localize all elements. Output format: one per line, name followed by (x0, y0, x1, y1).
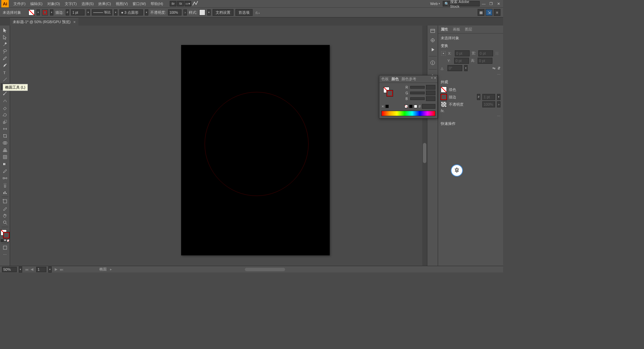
close-button[interactable]: ✕ (495, 1, 502, 6)
eraser-tool[interactable] (1, 104, 9, 111)
g-value-input[interactable] (426, 91, 435, 95)
fill-dropdown[interactable]: ▾ (37, 9, 40, 15)
column-graph-tool[interactable] (1, 189, 9, 196)
magic-wand-tool[interactable] (1, 41, 9, 48)
stroke-dropdown[interactable]: ▾ (50, 9, 53, 15)
g-slider[interactable] (410, 92, 425, 94)
transform-more-icon[interactable]: ⋯ (441, 72, 500, 76)
last-artboard-button[interactable]: ⏭ (59, 267, 64, 272)
tab-artboards[interactable]: 画板 (452, 26, 461, 33)
line-tool[interactable] (1, 76, 9, 83)
fill-swatch[interactable] (29, 9, 35, 15)
snap-pixel-icon[interactable]: ▦ (478, 9, 484, 16)
cp-none-swatch[interactable] (405, 105, 408, 108)
x-input[interactable]: 0 pt (455, 50, 470, 56)
link-wh-icon[interactable]: ⛓ (495, 51, 499, 55)
graphic-style-dropdown[interactable]: ▾ (207, 9, 211, 15)
properties-panel-icon[interactable] (429, 27, 437, 35)
snap-point-icon[interactable]: ⇲ (486, 9, 492, 16)
w-input[interactable]: 0 pt (478, 50, 493, 56)
reference-point-icon[interactable] (441, 51, 446, 56)
b-value-input[interactable] (426, 96, 435, 101)
cp-fill-stroke[interactable] (383, 87, 393, 96)
paintbrush-tool[interactable] (1, 90, 9, 97)
flip-h-icon[interactable]: ⇋ (492, 66, 495, 70)
prop-opacity-dropdown[interactable]: > (497, 101, 500, 107)
workspace-dropdown[interactable]: Web▾ (428, 2, 442, 6)
r-value-input[interactable] (426, 85, 435, 90)
zoom-level-input[interactable]: 50% (2, 267, 17, 272)
prop-stroke-dropdown[interactable]: ▾ (497, 94, 500, 100)
vertical-scrollbar-thumb[interactable] (423, 143, 426, 163)
menu-window[interactable]: 窗口(W) (130, 1, 148, 7)
brush-profile[interactable]: ●3 点圆形 (119, 9, 143, 15)
actions-panel-icon[interactable] (429, 46, 437, 54)
prop-stroke-weight[interactable]: 1 pt (482, 94, 495, 100)
graphic-style-swatch[interactable] (199, 9, 205, 15)
menu-edit[interactable]: 编辑(E) (28, 1, 45, 7)
opacity-dropdown[interactable]: > (183, 9, 187, 15)
flip-v-icon[interactable]: ⇵ (497, 66, 500, 70)
pen-tool[interactable] (1, 55, 9, 62)
canvas-area[interactable] (10, 26, 427, 266)
lasso-tool[interactable] (1, 48, 9, 55)
prop-opacity-input[interactable]: 100% (482, 101, 495, 107)
r-slider[interactable] (410, 86, 425, 89)
b-slider[interactable] (410, 97, 425, 100)
stroke-weight-stepper[interactable]: ⇵ (66, 9, 69, 15)
stroke-weight-input[interactable]: 1 pt (71, 9, 85, 15)
curvature-tool[interactable] (1, 62, 9, 69)
menu-file[interactable]: 文件(F) (11, 1, 28, 7)
direct-selection-tool[interactable] (1, 34, 9, 41)
zoom-tool[interactable] (1, 219, 9, 226)
tab-layers[interactable]: 图层 (464, 26, 473, 33)
mesh-tool[interactable] (1, 154, 9, 160)
angle-dropdown[interactable]: ▾ (464, 65, 468, 71)
color-tab[interactable]: 颜色 (391, 77, 399, 82)
stroke-color-icon[interactable] (3, 232, 9, 238)
color-panel-collapse-icon[interactable]: « (431, 76, 433, 80)
status-menu-icon[interactable]: ▸ (109, 267, 113, 272)
prev-artboard-button[interactable]: ◀ (30, 267, 34, 272)
type-tool[interactable]: T (1, 69, 9, 76)
edit-toolbar-button[interactable]: ⋯ (1, 251, 9, 258)
brush-profile-dropdown[interactable]: ▾ (145, 9, 148, 15)
scale-tool[interactable] (1, 118, 9, 125)
angle-input[interactable]: 0° (447, 65, 462, 71)
fill-stroke-toggle[interactable] (1, 230, 9, 238)
color-mode-solid[interactable] (1, 239, 3, 242)
prop-stroke-swatch[interactable] (441, 94, 447, 100)
tab-close-icon[interactable]: × (73, 20, 76, 24)
free-transform-tool[interactable] (1, 133, 9, 139)
ellipse-shape[interactable] (205, 92, 309, 196)
stock-icon[interactable]: St (177, 1, 184, 6)
hex-input[interactable] (422, 104, 435, 109)
panel-menu-icon[interactable]: ≡ (494, 9, 500, 16)
document-setup-button[interactable]: 文档设置 (213, 9, 233, 16)
blend-tool[interactable] (1, 175, 9, 182)
bridge-icon[interactable]: Br (170, 1, 176, 6)
info-panel-icon[interactable]: i (429, 59, 437, 67)
next-artboard-button[interactable]: ▶ (54, 267, 58, 272)
color-mode-none[interactable] (7, 239, 9, 242)
cp-white-swatch[interactable] (414, 105, 417, 108)
cp-swap-icon[interactable]: ⤭ (381, 105, 384, 108)
cp-black-swatch[interactable] (385, 105, 389, 108)
artboard-dropdown[interactable]: ▾ (48, 266, 52, 272)
shaper-tool[interactable] (1, 97, 9, 104)
eyedropper-tool[interactable] (1, 168, 9, 174)
perspective-grid-tool[interactable] (1, 147, 9, 153)
symbol-sprayer-tool[interactable] (1, 182, 9, 189)
rotate-tool[interactable] (1, 111, 9, 118)
prop-stroke-stepper[interactable]: ⇵ (477, 94, 480, 100)
tab-properties[interactable]: 属性 (440, 26, 449, 33)
menu-type[interactable]: 文字(T) (63, 1, 79, 7)
zoom-dropdown[interactable]: ▾ (19, 266, 22, 272)
minimize-button[interactable]: — (480, 1, 487, 6)
stroke-style-dropdown[interactable]: ▾ (114, 9, 117, 15)
selection-tool[interactable] (1, 27, 9, 34)
stroke-swatch[interactable] (42, 9, 48, 15)
opacity-input[interactable]: 100% (168, 9, 181, 15)
cp-black2-swatch[interactable] (409, 105, 413, 108)
screen-mode-tool[interactable] (1, 244, 9, 251)
